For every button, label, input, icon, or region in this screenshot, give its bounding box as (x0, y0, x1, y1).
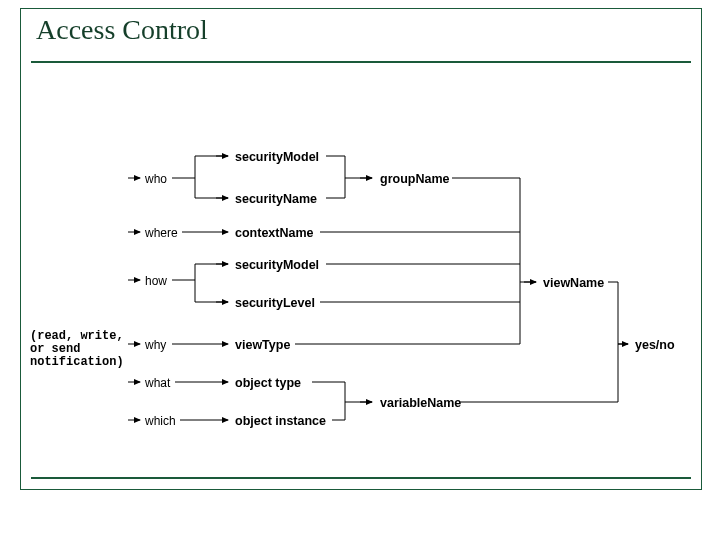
input-where: where (145, 226, 178, 240)
prop-securitylevel: securityLevel (235, 296, 315, 310)
out-yesno: yes/no (635, 338, 675, 352)
prop-viewtype: viewType (235, 338, 290, 352)
prop-objectinstance: object instance (235, 414, 326, 428)
page-title: Access Control (36, 14, 208, 46)
input-who: who (145, 172, 167, 186)
out-groupname: groupName (380, 172, 449, 186)
out-variablename: variableName (380, 396, 461, 410)
footer-rule (31, 477, 691, 479)
prop-securitymodel-1: securityModel (235, 150, 319, 164)
prop-objecttype: object type (235, 376, 301, 390)
input-why: why (145, 338, 166, 352)
input-what: what (145, 376, 170, 390)
input-how: how (145, 274, 167, 288)
out-viewname: viewName (543, 276, 604, 290)
input-which: which (145, 414, 176, 428)
prop-securitymodel-2: securityModel (235, 258, 319, 272)
prop-securityname: securityName (235, 192, 317, 206)
slide-frame (20, 8, 702, 490)
prop-contextname: contextName (235, 226, 314, 240)
why-annotation: (read, write,or sendnotification) (30, 330, 124, 369)
